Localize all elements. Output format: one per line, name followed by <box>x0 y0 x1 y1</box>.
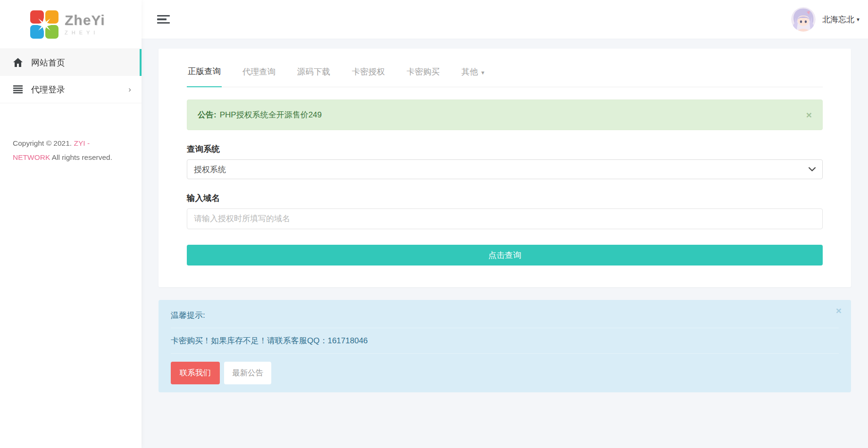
tips-message: 卡密购买！如果库存不足！请联系客服QQ：161718046 <box>171 335 839 346</box>
latest-news-button[interactable]: 最新公告 <box>224 362 271 384</box>
home-icon <box>13 58 24 67</box>
tips-actions: 联系我们 最新公告 <box>171 362 839 384</box>
tips-panel: × 温馨提示: 卡密购买！如果库存不足！请联系客服QQ：161718046 联系… <box>159 300 851 392</box>
sidebar-item-label: 网站首页 <box>31 57 65 68</box>
brand-logo[interactable]: ZheYi ZHEYI <box>0 0 142 49</box>
announcement-text: PHP授权系统全开源售价249 <box>220 109 322 120</box>
sidebar-item-agent-login[interactable]: 代理登录 › <box>0 76 142 103</box>
domain-input-label: 输入域名 <box>187 192 823 204</box>
chevron-right-icon: › <box>128 85 131 93</box>
tab-agent-query[interactable]: 代理查询 <box>242 58 276 87</box>
announcement-label: 公告: <box>198 109 217 120</box>
tab-bar: 正版查询 代理查询 源码下载 卡密授权 卡密购买 其他▼ <box>187 49 823 87</box>
sidebar-menu: 网站首页 代理登录 › <box>0 49 142 103</box>
system-select-wrap: 授权系统 <box>187 159 823 179</box>
sidebar: ZheYi ZHEYI 网站首页 代理登录 › Copyright © 202 <box>0 0 142 448</box>
brand-logo-icon <box>30 10 58 39</box>
tab-source-download[interactable]: 源码下载 <box>296 58 331 87</box>
tips-title: 温馨提示: <box>171 310 839 321</box>
query-submit-button[interactable]: 点击查询 <box>187 245 823 265</box>
divider <box>171 353 839 354</box>
brand-text: ZheYi ZHEYI <box>65 13 105 35</box>
tab-others[interactable]: 其他▼ <box>460 58 486 87</box>
domain-input[interactable] <box>187 208 823 229</box>
close-icon[interactable]: × <box>836 306 842 315</box>
tab-card-purchase[interactable]: 卡密购买 <box>406 58 441 87</box>
main-content: 正版查询 代理查询 源码下载 卡密授权 卡密购买 其他▼ 公告: PHP授权系统… <box>142 39 868 392</box>
close-icon[interactable]: × <box>806 110 812 120</box>
contact-us-button[interactable]: 联系我们 <box>171 362 220 384</box>
sidebar-item-home[interactable]: 网站首页 <box>0 49 142 76</box>
tab-card-authorize[interactable]: 卡密授权 <box>351 58 386 87</box>
sidebar-item-label: 代理登录 <box>31 84 65 95</box>
system-select[interactable]: 授权系统 <box>187 159 823 179</box>
avatar[interactable] <box>791 7 816 32</box>
copyright-suffix: All rights reserved. <box>50 153 112 161</box>
system-select-label: 查询系统 <box>187 143 823 155</box>
brand-tagline: ZHEYI <box>65 30 105 35</box>
list-icon <box>13 85 24 94</box>
caret-down-icon: ▼ <box>480 70 485 75</box>
star-icon <box>36 16 53 33</box>
query-card: 正版查询 代理查询 源码下载 卡密授权 卡密购买 其他▼ 公告: PHP授权系统… <box>159 49 851 287</box>
brand-name: ZheYi <box>65 13 105 27</box>
user-menu[interactable]: 北海忘北 ▼ <box>791 7 860 32</box>
copyright-prefix: Copyright © 2021. <box>13 139 74 147</box>
announcement-banner: 公告: PHP授权系统全开源售价249 × <box>187 100 823 130</box>
menu-toggle-icon[interactable] <box>157 15 170 24</box>
top-header: 北海忘北 ▼ <box>142 0 868 39</box>
divider <box>171 328 839 328</box>
copyright: Copyright © 2021. ZYI - NETWORK All righ… <box>0 136 116 165</box>
tab-genuine-query[interactable]: 正版查询 <box>187 58 222 87</box>
username: 北海忘北 <box>822 14 854 25</box>
caret-down-icon: ▼ <box>856 17 860 22</box>
